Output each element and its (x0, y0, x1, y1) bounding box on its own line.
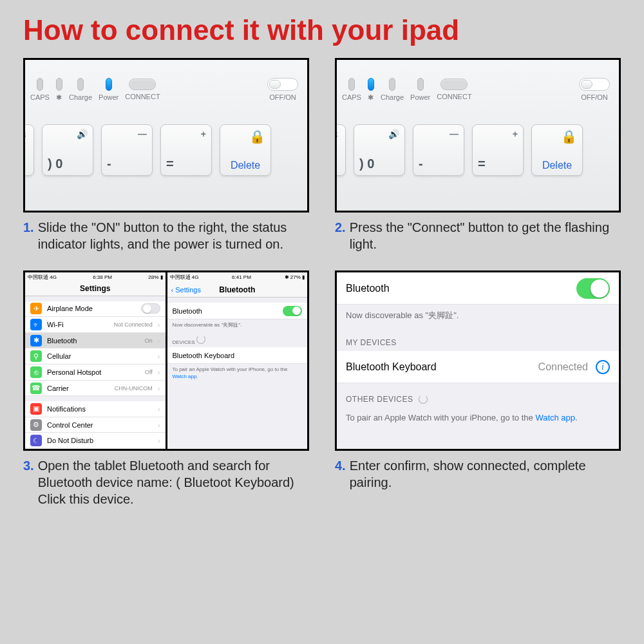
settings-screen: 中国联通 4G6:38 PM28% ▮ Settings ✈Airplane M… (25, 272, 166, 449)
step-1-image: CAPS ✱ Charge Power CONNECT OFF/ON 🔉 🔊) … (23, 58, 309, 213)
step-2-text: Press the "Connect" button to get the fl… (350, 219, 621, 252)
bluetooth-toggle[interactable] (576, 278, 610, 299)
other-devices-header: OTHER DEVICES (337, 383, 619, 408)
row-notifications[interactable]: ▣Notifications› (25, 401, 166, 417)
key-0[interactable]: 🔊) 0 (42, 124, 93, 176)
bt-icon: ✱ (56, 93, 62, 102)
step-1-text: Slide the "ON" button to the right, the … (38, 219, 309, 252)
caps-label: CAPS (30, 93, 50, 101)
connect-button[interactable] (129, 79, 156, 90)
bt-led (368, 78, 374, 91)
watch-pair-note: To pair an Apple Watch with your iPhone,… (167, 364, 308, 383)
step-1: CAPS ✱ Charge Power CONNECT OFF/ON 🔉 🔊) … (23, 58, 309, 252)
row-hotspot[interactable]: ⎋Personal HotspotOff› (25, 365, 166, 381)
row-control-center[interactable]: ⚙Control Center› (25, 417, 166, 433)
key-delete[interactable]: 🔒Delete (220, 124, 271, 176)
bluetooth-title: Bluetooth (219, 285, 255, 294)
charge-label: Charge (69, 93, 92, 101)
step-4-text: Enter confirm, show connected, complete … (350, 457, 621, 491)
step-4-image: Bluetooth Now discoverable as "夹脚趾". MY … (335, 270, 621, 451)
my-devices-header: MY DEVICES (337, 327, 619, 351)
bluetooth-screen: 中国联通 4G6:41 PM✱ 27% ▮ ‹ SettingsBluetoot… (167, 272, 308, 449)
step-3-text: Open the tablet Bluetooth and search for… (38, 457, 309, 507)
spinner-icon (419, 395, 428, 404)
settings-title: Settings (80, 284, 110, 293)
row-keyboard-connected[interactable]: Bluetooth Keyboard Connected i (337, 351, 619, 383)
step-2: CAPS ✱ Charge Power CONNECT OFF/ON 🔉 🔊) … (335, 58, 621, 252)
step-3-number: 3. (23, 457, 34, 507)
spinner-icon (196, 335, 205, 344)
row-bluetooth[interactable]: ✱BluetoothOn› (25, 333, 166, 349)
row-airplane[interactable]: ✈Airplane Mode (25, 301, 166, 317)
offon-label: OFF/ON (269, 93, 296, 101)
row-bluetooth-big[interactable]: Bluetooth (337, 272, 619, 305)
row-bluetooth-toggle[interactable]: Bluetooth (167, 303, 308, 319)
watch-pair-note: To pair an Apple Watch with your iPhone,… (337, 408, 619, 428)
row-keyboard-device[interactable]: Bluetooth Keyboard (167, 347, 308, 364)
discoverable-note: Now discoverable as "夹脚趾". (167, 319, 308, 331)
lock-icon: 🔒 (225, 129, 265, 144)
back-button[interactable]: ‹ Settings (171, 286, 201, 294)
key-voldown[interactable]: 🔉 (25, 124, 34, 176)
airplane-toggle[interactable] (141, 303, 160, 314)
step-2-number: 2. (335, 219, 346, 252)
key-minus[interactable]: —- (101, 124, 153, 176)
discoverable-note: Now discoverable as "夹脚趾". (337, 305, 619, 327)
connect-button[interactable] (440, 79, 468, 90)
row-dnd[interactable]: ☾Do Not Disturb› (25, 433, 166, 449)
power-switch[interactable] (267, 78, 298, 91)
page-title: How to connect it with your ipad (0, 0, 644, 54)
info-icon[interactable]: i (596, 360, 610, 374)
step-3: 中国联通 4G6:38 PM28% ▮ Settings ✈Airplane M… (23, 270, 309, 507)
connect-label: CONNECT (125, 93, 160, 100)
instruction-grid: CAPS ✱ Charge Power CONNECT OFF/ON 🔉 🔊) … (0, 54, 644, 520)
step-4-number: 4. (335, 457, 346, 491)
row-carrier[interactable]: ☎CarrierCHN-UNICOM› (25, 381, 166, 397)
row-cellular[interactable]: ⚲Cellular› (25, 348, 166, 365)
row-wifi[interactable]: ᯤWi-FiNot Connected› (25, 317, 166, 333)
key-equals[interactable]: += (160, 124, 212, 176)
power-led (106, 78, 112, 91)
bluetooth-toggle[interactable] (283, 306, 302, 316)
power-switch[interactable] (579, 78, 610, 91)
step-4: Bluetooth Now discoverable as "夹脚趾". MY … (335, 270, 621, 507)
step-1-number: 1. (23, 219, 34, 252)
power-label: Power (99, 93, 118, 101)
step-3-image: 中国联通 4G6:38 PM28% ▮ Settings ✈Airplane M… (23, 270, 309, 451)
step-2-image: CAPS ✱ Charge Power CONNECT OFF/ON 🔉 🔊) … (335, 58, 621, 213)
